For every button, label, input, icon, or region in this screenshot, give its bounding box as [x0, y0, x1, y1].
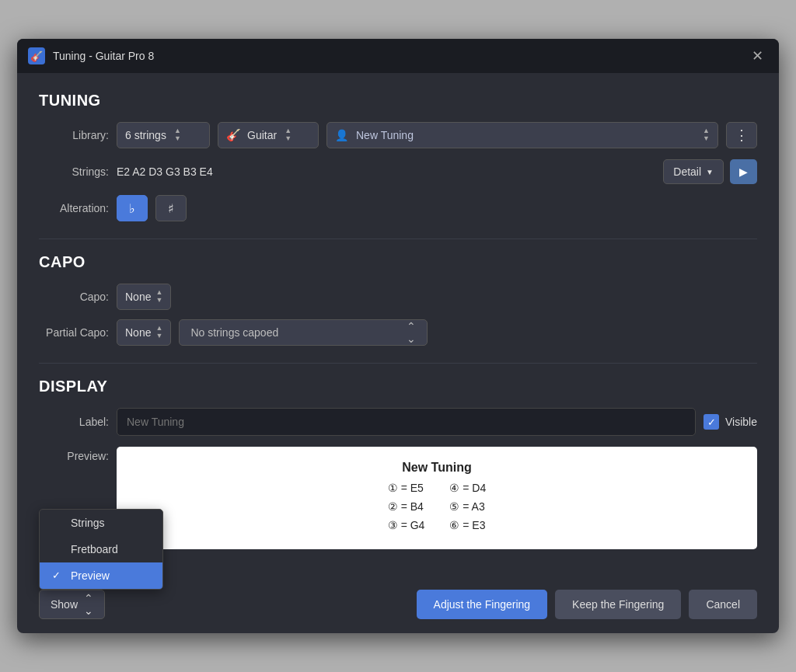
show-dropdown-menu: Strings Fretboard ✓ Preview: [39, 509, 163, 590]
preview-label: Preview:: [39, 447, 109, 462]
keep-fingering-button[interactable]: Keep the Fingering: [555, 590, 681, 619]
strings-arrows: ▲▼: [174, 127, 181, 143]
alteration-label: Alteration:: [39, 202, 109, 214]
instrument-select[interactable]: 🎸 Guitar ▲▼: [218, 122, 319, 148]
capo-section: CAPO Capo: None ▲▼ Partial Capo: None ▲▼…: [39, 253, 757, 346]
strings-notes: E2 A2 D3 G3 B3 E4: [117, 165, 213, 178]
capo-value: None: [125, 291, 151, 303]
preview-box: New Tuning ① = E5 ④ = D4 ② = B4 ⑤ = A3 ③…: [117, 447, 757, 548]
preview-content: New Tuning ① = E5 ④ = D4 ② = B4 ⑤ = A3 ③…: [117, 447, 757, 548]
dropdown-fretboard-label: Fretboard: [71, 543, 118, 555]
preview-string-3: ③ = G4: [388, 517, 425, 535]
partial-capo-spinner[interactable]: None ▲▼: [117, 319, 171, 346]
dropdown-strings-label: Strings: [71, 517, 105, 529]
dialog: 🎸 Tuning - Guitar Pro 8 ✕ TUNING Library…: [17, 39, 779, 632]
tuning-arrows: ▲▼: [703, 127, 710, 143]
divider-2: [39, 363, 757, 364]
capo-spinner[interactable]: None ▲▼: [117, 284, 171, 310]
play-button[interactable]: ▶: [730, 159, 757, 184]
capo-label: Capo:: [39, 291, 109, 303]
label-label: Label:: [39, 416, 109, 428]
strings-value: 6 strings: [125, 129, 166, 141]
no-strings-text: No strings capoed: [190, 326, 400, 339]
no-strings-capoed-select[interactable]: No strings capoed ⌃⌄: [179, 319, 428, 346]
preview-title: New Tuning: [402, 461, 471, 475]
preview-string-1: ① = E5: [388, 479, 425, 498]
titlebar-left: 🎸 Tuning - Guitar Pro 8: [28, 47, 154, 64]
strings-label: Strings:: [39, 165, 109, 178]
footer: Show ⌃⌄ Strings Fretboard ✓ Preview Adju…: [17, 579, 779, 633]
alteration-row: Alteration: ♭ ♯: [39, 195, 757, 221]
preview-grid: ① = E5 ④ = D4 ② = B4 ⑤ = A3 ③ = G4 ⑥ = E…: [388, 479, 487, 534]
dropdown-fretboard-item[interactable]: Fretboard: [40, 536, 162, 562]
close-button[interactable]: ✕: [747, 46, 768, 66]
preview-string-6: ⑥ = E3: [449, 517, 486, 535]
guitar-icon: 🎸: [226, 128, 241, 142]
display-section-title: DISPLAY: [39, 378, 757, 395]
tuning-section-title: TUNING: [39, 92, 757, 110]
flat-button[interactable]: ♭: [117, 195, 148, 221]
strings-row: Strings: E2 A2 D3 G3 B3 E4 Detail ▼ ▶: [39, 159, 757, 184]
sharp-button[interactable]: ♯: [155, 195, 187, 221]
tuning-select[interactable]: 👤 New Tuning ▲▼: [326, 122, 718, 148]
tuning-name: New Tuning: [356, 129, 696, 141]
show-label: Show: [51, 598, 78, 611]
preview-string-2: ② = B4: [388, 498, 425, 517]
label-row: Label: ✓ Visible: [39, 408, 757, 436]
visible-row: ✓ Visible: [703, 414, 757, 430]
instrument-arrows: ▲▼: [285, 127, 292, 143]
partial-capo-arrows: ▲▼: [155, 325, 162, 340]
play-icon: ▶: [739, 165, 748, 178]
dropdown-preview-label: Preview: [71, 569, 110, 582]
dropdown-strings-item[interactable]: Strings: [40, 510, 162, 536]
app-icon: 🎸: [28, 47, 45, 64]
preview-string-4: ④ = D4: [449, 479, 486, 498]
capo-arrows: ▲▼: [155, 289, 162, 305]
partial-capo-row: Partial Capo: None ▲▼ No strings capoed …: [39, 319, 757, 346]
library-label: Library:: [39, 129, 109, 141]
partial-capo-label: Partial Capo:: [39, 326, 109, 339]
footer-right: Adjust the Fingering Keep the Fingering …: [417, 590, 757, 619]
capo-row: Capo: None ▲▼: [39, 284, 757, 310]
adjust-fingering-button[interactable]: Adjust the Fingering: [417, 590, 548, 619]
dialog-title: Tuning - Guitar Pro 8: [53, 50, 154, 62]
preview-string-5: ⑤ = A3: [449, 498, 486, 517]
show-button[interactable]: Show ⌃⌄: [39, 590, 105, 619]
menu-dots-button[interactable]: ⋮: [726, 122, 757, 148]
user-icon: 👤: [335, 129, 348, 141]
visible-label: Visible: [725, 416, 757, 428]
strings-right: Detail ▼ ▶: [663, 159, 757, 184]
strings-select[interactable]: 6 strings ▲▼: [117, 122, 210, 148]
strings-left: Strings: E2 A2 D3 G3 B3 E4: [39, 165, 213, 178]
no-strings-arrows-icon: ⌃⌄: [407, 320, 416, 345]
detail-chevron-icon: ▼: [706, 168, 714, 176]
visible-checkbox[interactable]: ✓: [703, 414, 719, 430]
dropdown-preview-item[interactable]: ✓ Preview: [40, 562, 162, 589]
preview-check-icon: ✓: [52, 569, 65, 581]
capo-section-title: CAPO: [39, 253, 757, 271]
partial-capo-value: None: [125, 326, 151, 339]
library-row: Library: 6 strings ▲▼ 🎸 Guitar ▲▼ 👤 New …: [39, 122, 757, 148]
instrument-value: Guitar: [247, 129, 277, 141]
label-input[interactable]: [117, 408, 696, 436]
cancel-button[interactable]: Cancel: [689, 590, 757, 619]
detail-label: Detail: [673, 165, 701, 178]
show-arrows-icon: ⌃⌄: [84, 592, 93, 617]
detail-button[interactable]: Detail ▼: [663, 159, 724, 184]
titlebar: 🎸 Tuning - Guitar Pro 8 ✕: [17, 39, 779, 73]
divider-1: [39, 239, 757, 239]
content: TUNING Library: 6 strings ▲▼ 🎸 Guitar ▲▼…: [17, 73, 779, 578]
